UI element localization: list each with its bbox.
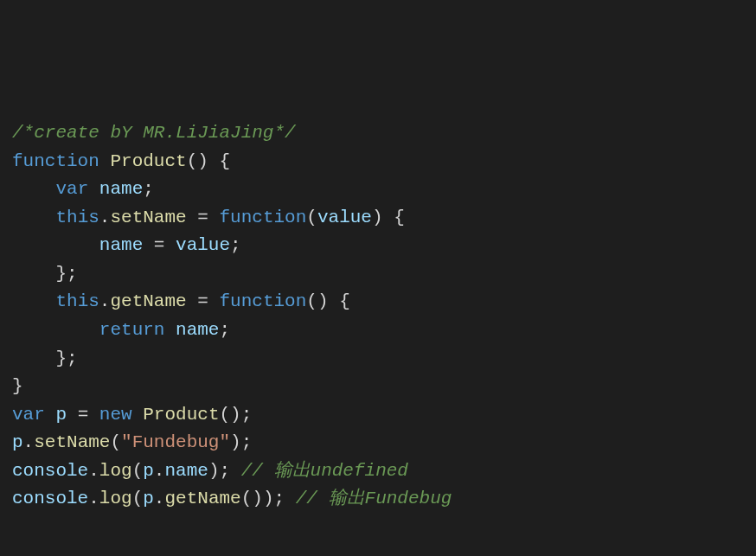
comment: /*create bY MR.LiJiaJing*/ (12, 123, 296, 143)
keyword-var: var (12, 405, 45, 425)
code-line-19: console.log(p.getName()); // 输出Fundebug (12, 485, 744, 514)
function-name: Product (143, 405, 219, 425)
method-name: setName (110, 208, 186, 227)
parens: () (187, 151, 208, 171)
keyword-return: return (99, 320, 165, 340)
code-line-13: } (12, 373, 744, 401)
method-name: getName (110, 291, 186, 311)
brace: { (208, 151, 230, 171)
code-line-10: this.getName = function() { (12, 288, 744, 316)
keyword-function: function (219, 291, 306, 311)
code-line-8: }; (12, 260, 744, 289)
code-line-6: this.setName = function(value) { (12, 204, 744, 233)
code-line-15: var p = new Product(); (12, 401, 744, 430)
keyword-var: var (55, 179, 88, 199)
code-line-4: var name; (12, 176, 744, 204)
method-call: log (99, 461, 132, 481)
this-keyword: this (55, 208, 99, 227)
this-keyword: this (55, 291, 99, 311)
code-line-12: }; (12, 345, 744, 374)
object: p (12, 432, 23, 452)
function-name: Product (110, 151, 186, 171)
keyword-function: function (219, 208, 306, 227)
object: console (12, 461, 88, 481)
string-literal: "Fundebug" (121, 432, 230, 452)
code-editor[interactable]: /*create bY MR.LiJiaJing*/function Produ… (12, 119, 744, 514)
code-line-1: /*create bY MR.LiJiaJing*/ (12, 119, 744, 148)
variable: name (88, 179, 143, 199)
code-line-7: name = value; (12, 232, 744, 260)
code-line-2: function Product() { (12, 148, 744, 176)
semicolon: ; (143, 179, 154, 199)
code-line-11: return name; (12, 316, 744, 345)
code-line-16: p.setName("Fundebug"); (12, 429, 744, 457)
keyword-function: function (12, 151, 99, 171)
variable: p (45, 405, 67, 425)
variable: name (164, 320, 219, 340)
variable: value (176, 235, 230, 255)
keyword-new: new (99, 405, 132, 425)
comment: // 输出undefined (241, 461, 408, 481)
object: console (12, 489, 88, 508)
code-line-18: console.log(p.name); // 输出undefined (12, 457, 744, 486)
comment: // 输出Fundebug (296, 489, 452, 508)
method-call: getName (164, 489, 240, 508)
method-call: setName (34, 432, 110, 452)
variable: name (99, 235, 143, 255)
parameter: value (317, 208, 372, 227)
property: name (164, 461, 208, 481)
method-call: log (99, 489, 132, 508)
